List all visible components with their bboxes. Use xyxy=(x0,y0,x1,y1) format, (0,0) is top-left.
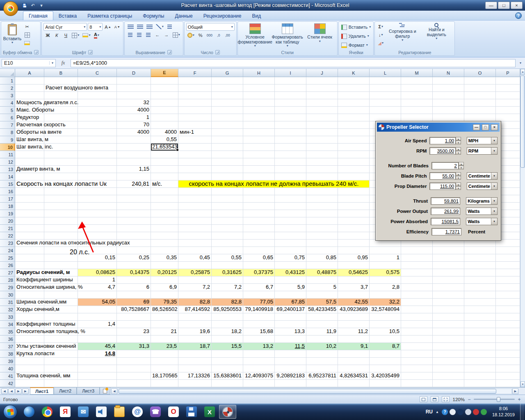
cell-F18[interactable] xyxy=(178,203,212,210)
cell-D26[interactable] xyxy=(117,262,151,269)
cell-H14[interactable] xyxy=(243,173,275,180)
cell-M41[interactable] xyxy=(401,372,433,380)
cell-N33[interactable] xyxy=(433,313,464,321)
cell-B14[interactable] xyxy=(44,173,78,180)
cell-H27[interactable]: 0,37375 xyxy=(243,269,275,276)
cell-A21[interactable] xyxy=(15,225,44,232)
cell-E6[interactable] xyxy=(151,114,178,121)
cell-E33[interactable] xyxy=(151,313,178,321)
cell-K30[interactable] xyxy=(338,291,370,299)
cell-J19[interactable] xyxy=(306,210,338,217)
row-header-41[interactable]: 41 xyxy=(0,372,15,380)
cell-L6[interactable] xyxy=(370,114,401,121)
cell-G42[interactable] xyxy=(212,380,243,387)
cell-E15[interactable]: м/с. xyxy=(151,180,178,188)
cell-G34[interactable] xyxy=(212,321,243,328)
cell-D25[interactable]: 0,25 xyxy=(117,254,151,262)
cell-F21[interactable] xyxy=(178,225,212,232)
cell-C14[interactable] xyxy=(78,173,117,180)
cell-K37[interactable]: 9,1 xyxy=(338,343,370,350)
cell-E3[interactable] xyxy=(151,92,178,99)
cell-P4[interactable] xyxy=(496,99,520,107)
dialog-maximize-button[interactable]: □ xyxy=(482,124,489,130)
cell-M38[interactable] xyxy=(401,350,433,358)
spinner-down-icon[interactable]: ▼ xyxy=(456,141,461,144)
cell-G27[interactable]: 0,31625 xyxy=(212,269,243,276)
cell-D7[interactable]: 70 xyxy=(117,121,151,129)
cell-K4[interactable] xyxy=(338,99,370,107)
cell-E38[interactable] xyxy=(151,350,178,358)
cell-L28[interactable] xyxy=(370,276,401,284)
cell-P40[interactable] xyxy=(496,365,520,372)
taskbar-browser-button[interactable] xyxy=(21,405,38,419)
cell-M29[interactable] xyxy=(401,284,433,291)
cell-P25[interactable] xyxy=(496,254,520,262)
taskbar-mailru-agent-button[interactable]: @ xyxy=(129,405,146,419)
format-cells-button[interactable]: Формат▾ xyxy=(340,41,372,49)
cell-K9[interactable] xyxy=(338,136,370,144)
cell-G38[interactable] xyxy=(212,350,243,358)
cell-F35[interactable]: 19,6 xyxy=(178,328,212,336)
cell-K28[interactable] xyxy=(338,276,370,284)
cell-H18[interactable] xyxy=(243,203,275,210)
cell-F14[interactable] xyxy=(178,173,212,180)
row-header-15[interactable]: 15 xyxy=(0,180,15,188)
cell-C27[interactable]: 0,08625 xyxy=(78,269,117,276)
previous-sheet-button[interactable]: ◀ xyxy=(8,388,15,394)
cell-E41[interactable]: 18,170565 xyxy=(151,372,178,380)
cell-K17[interactable] xyxy=(338,195,370,203)
spinner-control[interactable]: ▲▼ xyxy=(456,183,461,190)
cell-K27[interactable]: 0,54625 xyxy=(338,269,370,276)
column-header-I[interactable]: I xyxy=(275,69,306,77)
cell-P41[interactable] xyxy=(496,372,520,380)
cell-C8[interactable] xyxy=(78,129,117,136)
cell-C28[interactable]: 1 xyxy=(78,276,117,284)
cell-E25[interactable]: 0,35 xyxy=(151,254,178,262)
cell-P38[interactable] xyxy=(496,350,520,358)
cell-I35[interactable]: 13,3 xyxy=(275,328,306,336)
tray-network-icon[interactable] xyxy=(465,409,471,415)
column-header-M[interactable]: M xyxy=(401,69,433,77)
cell-A25[interactable] xyxy=(15,254,44,262)
save-button[interactable] xyxy=(21,2,28,9)
cell-J42[interactable] xyxy=(306,380,338,387)
cell-J5[interactable] xyxy=(306,107,338,114)
cell-O34[interactable] xyxy=(464,321,496,328)
cell-P31[interactable] xyxy=(496,299,520,306)
zoom-level[interactable]: 120% xyxy=(453,397,465,402)
cell-I18[interactable] xyxy=(275,203,306,210)
font-size-select[interactable]: 8▾ xyxy=(88,23,103,31)
cell-O30[interactable] xyxy=(464,291,496,299)
cell-E11[interactable] xyxy=(151,151,178,158)
cell-A35[interactable]: Относительная толщина, % xyxy=(15,328,44,336)
cell-I26[interactable] xyxy=(275,262,306,269)
cell-J2[interactable] xyxy=(306,84,338,92)
cell-C5[interactable] xyxy=(78,107,117,114)
cell-A29[interactable]: Относительная ширина, % xyxy=(15,284,44,291)
maximize-button[interactable]: □ xyxy=(498,2,510,9)
cell-O25[interactable] xyxy=(464,254,496,262)
row-header-30[interactable]: 30 xyxy=(0,291,15,299)
cell-E40[interactable] xyxy=(151,365,178,372)
row-header-12[interactable]: 12 xyxy=(0,158,15,166)
cell-F34[interactable] xyxy=(178,321,212,328)
cell-E12[interactable] xyxy=(151,158,178,166)
zoom-thumb[interactable] xyxy=(497,397,500,402)
cell-I41[interactable]: 9,20892183 xyxy=(275,372,306,380)
cell-H42[interactable] xyxy=(243,380,275,387)
conditional-formatting-button[interactable]: Условное форматирование ▾ xyxy=(240,23,271,48)
cell-J26[interactable] xyxy=(306,262,338,269)
cell-C10[interactable] xyxy=(78,144,117,151)
cell-D36[interactable] xyxy=(117,336,151,343)
cell-B9[interactable] xyxy=(44,136,78,144)
cell-F7[interactable] xyxy=(178,121,212,129)
cell-E13[interactable] xyxy=(151,166,178,173)
cell-N24[interactable] xyxy=(433,247,464,254)
cell-N28[interactable] xyxy=(433,276,464,284)
cell-N30[interactable] xyxy=(433,291,464,299)
cell-K11[interactable] xyxy=(338,151,370,158)
row-header-32[interactable]: 32 xyxy=(0,306,15,313)
cell-K12[interactable] xyxy=(338,158,370,166)
spinner-up-icon[interactable]: ▲ xyxy=(456,183,461,186)
cell-M37[interactable] xyxy=(401,343,433,350)
